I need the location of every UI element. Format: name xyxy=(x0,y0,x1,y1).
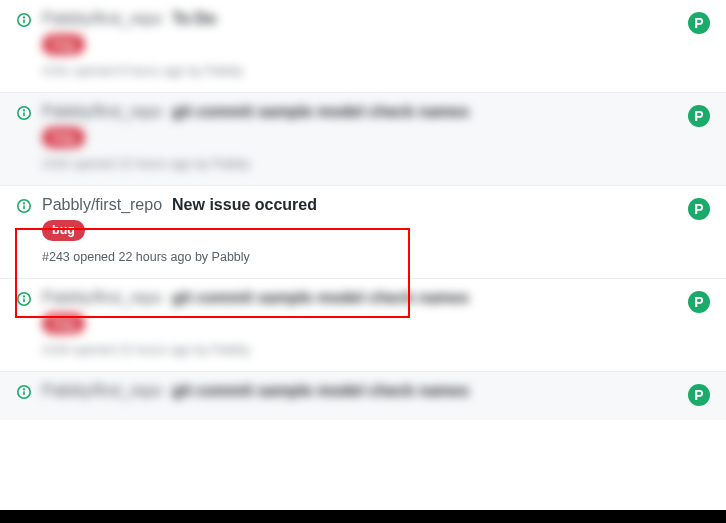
open-issue-icon xyxy=(16,105,32,121)
repo-name[interactable]: Pabbly/first_repo xyxy=(42,10,162,28)
assignee-avatar[interactable]: P xyxy=(688,384,710,406)
svg-point-4 xyxy=(23,109,25,111)
issue-content: Pabbly/first_repo New issue occured bug … xyxy=(42,196,672,264)
issue-content: Pabbly/first_repo git commit sample mode… xyxy=(42,103,672,171)
svg-point-7 xyxy=(23,202,25,204)
svg-rect-8 xyxy=(23,205,25,209)
assignee-avatar[interactable]: P xyxy=(688,291,710,313)
open-issue-icon xyxy=(16,198,32,214)
svg-point-10 xyxy=(23,295,25,297)
issue-title[interactable]: To Do xyxy=(172,10,216,28)
svg-rect-14 xyxy=(23,391,25,395)
repo-name[interactable]: Pabbly/first_repo xyxy=(42,289,162,307)
bottom-crop-bar xyxy=(0,510,726,523)
issue-row[interactable]: Pabbly/first_repo git commit sample mode… xyxy=(0,279,726,372)
issue-meta: #242 opened 22 hours ago by Pabbly xyxy=(42,157,672,171)
repo-name[interactable]: Pabbly/first_repo xyxy=(42,103,162,121)
repo-name[interactable]: Pabbly/first_repo xyxy=(42,382,162,400)
issue-row[interactable]: Pabbly/first_repo git commit sample mode… xyxy=(0,372,726,420)
issue-title[interactable]: git commit sample model check names xyxy=(172,382,469,400)
open-issue-icon xyxy=(16,291,32,307)
repo-name[interactable]: Pabbly/first_repo xyxy=(42,196,162,214)
issue-label[interactable]: bug xyxy=(42,127,85,148)
issue-label[interactable]: bug xyxy=(42,220,85,241)
assignee-initial: P xyxy=(694,387,703,403)
issue-content: Pabbly/first_repo git commit sample mode… xyxy=(42,382,672,400)
assignee-initial: P xyxy=(694,15,703,31)
svg-rect-5 xyxy=(23,112,25,116)
issue-content: Pabbly/first_repo To Do bug #241 opened … xyxy=(42,10,672,78)
issue-title[interactable]: New issue occured xyxy=(172,196,317,214)
svg-rect-11 xyxy=(23,298,25,302)
open-issue-icon xyxy=(16,12,32,28)
issue-meta: #241 opened 8 hours ago by Pabbly xyxy=(42,64,672,78)
issue-label[interactable]: bug xyxy=(42,313,85,334)
issue-meta: #244 opened 22 hours ago by Pabbly xyxy=(42,343,672,357)
issue-title[interactable]: git commit sample model check names xyxy=(172,103,469,121)
open-issue-icon xyxy=(16,384,32,400)
assignee-initial: P xyxy=(694,294,703,310)
assignee-initial: P xyxy=(694,108,703,124)
issue-meta: #243 opened 22 hours ago by Pabbly xyxy=(42,250,672,264)
assignee-initial: P xyxy=(694,201,703,217)
issue-row[interactable]: Pabbly/first_repo To Do bug #241 opened … xyxy=(0,0,726,93)
issue-content: Pabbly/first_repo git commit sample mode… xyxy=(42,289,672,357)
issue-label[interactable]: bug xyxy=(42,34,85,55)
issue-row[interactable]: Pabbly/first_repo New issue occured bug … xyxy=(0,186,726,279)
assignee-avatar[interactable]: P xyxy=(688,105,710,127)
svg-rect-2 xyxy=(23,19,25,23)
svg-point-1 xyxy=(23,16,25,18)
issue-title[interactable]: git commit sample model check names xyxy=(172,289,469,307)
svg-point-13 xyxy=(23,388,25,390)
issue-list: Pabbly/first_repo To Do bug #241 opened … xyxy=(0,0,726,420)
issue-row[interactable]: Pabbly/first_repo git commit sample mode… xyxy=(0,93,726,186)
assignee-avatar[interactable]: P xyxy=(688,12,710,34)
assignee-avatar[interactable]: P xyxy=(688,198,710,220)
